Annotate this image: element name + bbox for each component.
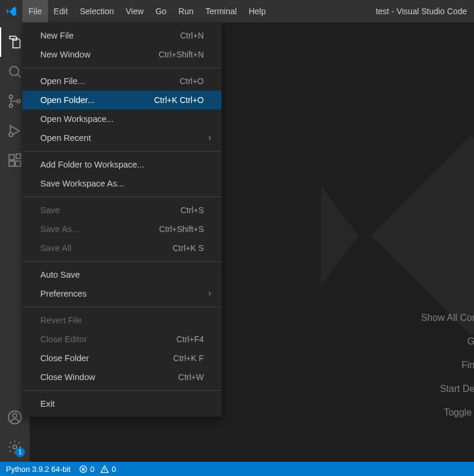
menu-view[interactable]: View xyxy=(120,0,149,22)
svg-rect-6 xyxy=(9,161,14,166)
file-menu-item: Save As...Ctrl+Shift+S xyxy=(23,220,222,239)
file-menu-item[interactable]: Open Recent xyxy=(23,128,222,147)
file-menu-item[interactable]: Close WindowCtrl+W xyxy=(23,368,222,387)
menu-separator xyxy=(23,67,222,68)
welcome-shortcut-line: Go xyxy=(421,336,474,347)
file-menu-item: Save AllCtrl+K S xyxy=(23,239,222,258)
file-menu-item[interactable]: Close FolderCtrl+K F xyxy=(23,349,222,368)
warning-icon xyxy=(100,465,109,474)
svg-point-1 xyxy=(9,95,12,98)
menu-item-label: Open File... xyxy=(40,76,180,86)
file-menu-item: SaveCtrl+S xyxy=(23,201,222,220)
welcome-shortcuts: Show All ComGoFindStart DebToggle T xyxy=(421,313,474,431)
menu-item-label: Preferences xyxy=(40,289,204,298)
menu-terminal[interactable]: Terminal xyxy=(200,0,243,22)
welcome-shortcut-line: Start Deb xyxy=(421,384,474,394)
welcome-shortcut-line: Toggle T xyxy=(421,407,474,418)
menu-item-shortcut: Ctrl+Shift+N xyxy=(159,50,204,59)
menu-item-shortcut: Ctrl+N xyxy=(180,31,204,40)
file-menu-item[interactable]: Auto Save xyxy=(23,265,222,284)
menu-item-label: Save All xyxy=(40,243,172,253)
file-menu-item[interactable]: Add Folder to Workspace... xyxy=(23,155,222,174)
menu-item-label: Save xyxy=(40,205,181,215)
file-menu-item: Revert File xyxy=(23,311,222,330)
chevron-right-icon xyxy=(206,290,213,297)
file-menu-item[interactable]: New FileCtrl+N xyxy=(23,26,222,45)
menu-item-label: Open Folder... xyxy=(40,95,154,105)
svg-point-10 xyxy=(13,413,17,417)
menu-item-shortcut: Ctrl+Shift+S xyxy=(159,224,204,234)
menu-file[interactable]: File xyxy=(23,0,48,22)
window-title: test - Visual Studio Code xyxy=(271,7,474,16)
svg-rect-8 xyxy=(16,154,21,159)
svg-point-11 xyxy=(13,445,17,449)
menu-item-shortcut: Ctrl+K F xyxy=(173,353,204,363)
menu-separator xyxy=(23,307,222,307)
menu-item-shortcut: Ctrl+W xyxy=(178,372,204,382)
svg-point-4 xyxy=(9,133,13,137)
svg-point-2 xyxy=(9,104,12,107)
status-problems[interactable]: 0 0 xyxy=(79,465,116,474)
svg-rect-7 xyxy=(15,161,21,166)
menu-edit[interactable]: Edit xyxy=(48,0,74,22)
menu-separator xyxy=(23,261,222,262)
menu-item-label: New Window xyxy=(40,50,159,59)
menu-item-label: Save Workspace As... xyxy=(40,179,204,188)
menu-item-label: Add Folder to Workspace... xyxy=(40,160,204,169)
settings-badge: 1 xyxy=(15,448,25,457)
file-menu-item[interactable]: Save Workspace As... xyxy=(23,174,222,193)
vscode-logo-icon xyxy=(0,5,23,17)
file-menu-item[interactable]: Open Workspace... xyxy=(23,110,222,128)
status-python[interactable]: Python 3.9.2 64-bit xyxy=(6,465,71,474)
menu-selection[interactable]: Selection xyxy=(74,0,120,22)
menu-item-label: Save As... xyxy=(40,224,159,234)
svg-rect-5 xyxy=(9,155,14,160)
menu-item-label: Open Workspace... xyxy=(40,114,204,124)
menu-go[interactable]: Go xyxy=(149,0,172,22)
file-menu-item[interactable]: New WindowCtrl+Shift+N xyxy=(23,45,222,64)
menu-item-label: New File xyxy=(40,31,180,40)
menu-separator xyxy=(23,197,222,197)
menu-separator xyxy=(23,390,222,391)
status-bar: Python 3.9.2 64-bit 0 0 xyxy=(0,462,474,476)
file-menu-item[interactable]: Open Folder...Ctrl+K Ctrl+O xyxy=(23,91,222,110)
status-warnings-count: 0 xyxy=(111,465,116,474)
menu-item-shortcut: Ctrl+S xyxy=(181,205,204,215)
welcome-shortcut-line: Show All Com xyxy=(421,313,474,323)
menu-item-label: Revert File xyxy=(40,316,204,325)
error-icon xyxy=(79,465,88,474)
svg-point-0 xyxy=(9,66,18,75)
menu-items: FileEditSelectionViewGoRunTerminalHelp xyxy=(23,0,271,22)
file-menu-item[interactable]: Open File...Ctrl+O xyxy=(23,72,222,91)
chevron-right-icon xyxy=(206,134,213,141)
menu-item-shortcut: Ctrl+F4 xyxy=(177,335,204,344)
file-menu-item[interactable]: Preferences xyxy=(23,284,222,303)
file-menu-dropdown: New FileCtrl+NNew WindowCtrl+Shift+NOpen… xyxy=(23,22,222,417)
file-menu-item[interactable]: Exit xyxy=(23,394,222,413)
menu-item-label: Auto Save xyxy=(40,270,204,279)
menu-item-shortcut: Ctrl+O xyxy=(180,76,204,86)
activity-settings-icon[interactable]: 1 xyxy=(0,432,30,462)
menu-run[interactable]: Run xyxy=(172,0,200,22)
svg-point-3 xyxy=(17,99,20,102)
menu-item-label: Close Editor xyxy=(40,335,177,344)
welcome-shortcut-line: Find xyxy=(421,360,474,371)
menu-separator xyxy=(23,151,222,152)
menubar: FileEditSelectionViewGoRunTerminalHelp t… xyxy=(0,0,474,22)
menu-item-label: Close Folder xyxy=(40,353,173,363)
file-menu-item: Close EditorCtrl+F4 xyxy=(23,330,222,349)
menu-item-label: Close Window xyxy=(40,372,178,382)
menu-item-shortcut: Ctrl+K S xyxy=(172,243,204,253)
menu-item-shortcut: Ctrl+K Ctrl+O xyxy=(154,95,204,105)
menu-help[interactable]: Help xyxy=(243,0,272,22)
menu-item-label: Exit xyxy=(40,399,204,409)
status-errors-count: 0 xyxy=(90,465,94,474)
menu-item-label: Open Recent xyxy=(40,133,204,143)
